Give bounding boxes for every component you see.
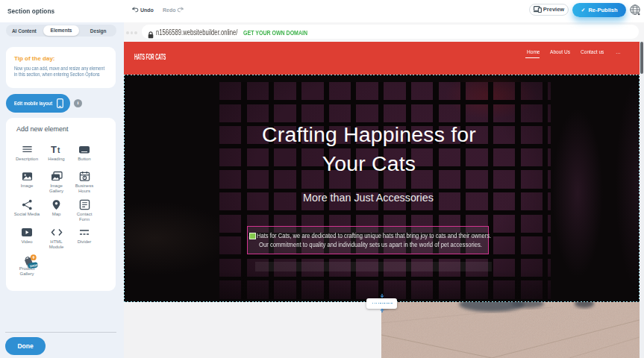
- svg-text:t: t: [57, 146, 60, 154]
- svg-text:SHOP: SHOP: [29, 263, 38, 268]
- svg-text:T: T: [51, 144, 57, 155]
